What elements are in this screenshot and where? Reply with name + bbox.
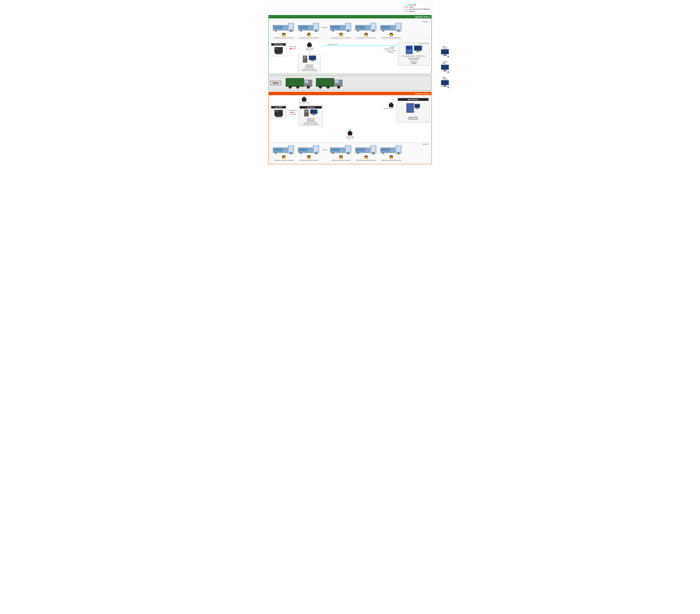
legend-flow-label: Flow Data	[409, 4, 416, 6]
svg-point-65	[448, 71, 449, 73]
svg-rect-129	[346, 146, 350, 152]
svg-rect-140	[381, 148, 390, 151]
ext-pc3-svg	[440, 80, 449, 88]
svg-rect-62	[441, 65, 448, 69]
zone1-connection-area: Json (Shot., ETC) Firewall 192.168.1.3:5…	[323, 42, 396, 60]
svg-rect-59	[443, 55, 447, 56]
svg-rect-105	[406, 108, 414, 110]
page-wrapper: Flow Data Power Lan Factory Cat 6 (IP Ad…	[267, 1, 433, 166]
machine3-label: FDB (Data Log And & Shot Info)	[331, 37, 351, 39]
svg-point-124	[315, 152, 317, 154]
person-icon-3: 🧑	[339, 33, 343, 37]
main-monitor-box: Main Monitor	[397, 97, 430, 123]
ext-web-fw-3: WebFirewall	[442, 77, 447, 80]
vmware-line3: DNS Binding IP	[399, 59, 428, 60]
svg-rect-44	[310, 56, 315, 60]
svg-rect-113	[348, 135, 352, 136]
svg-rect-95	[305, 115, 308, 116]
api-get-fdb-label-zone1: API Get FDB Delay 1 Sec	[305, 48, 313, 51]
api-printing-arrow-zone1: Api Printing	[289, 42, 296, 50]
qc-tower-svg	[304, 109, 309, 117]
svg-point-11	[300, 30, 302, 32]
json-shot-etc-zone2-left: Json (Shot.: ETC)	[299, 102, 310, 103]
zone2-machine-4: 🧑 FDB (Data Log And & Shot Info)	[354, 144, 378, 161]
firewall-ip-zone1: 192.168.1.3:5432	[384, 48, 394, 50]
svg-point-82	[337, 86, 340, 89]
legend-lan-label: Lan Factory Cat 6 (IP Address)	[409, 8, 430, 10]
qc-port-label: Port DB 5432	[300, 118, 322, 120]
person-icon-4: 🧑	[364, 33, 368, 37]
svg-rect-94	[305, 114, 308, 115]
svg-rect-117	[289, 146, 293, 152]
printer-container	[271, 46, 286, 55]
vmware-content-zone1: App Seperate name -> Reverse Proxy Power…	[399, 55, 428, 60]
zone2-machine-5: 🧑 FDB (Data Log And & Shot Info)	[379, 144, 403, 161]
vmware-box: Vm Ware Denso	[398, 42, 430, 65]
svg-point-17	[332, 30, 334, 32]
svg-point-118	[290, 152, 292, 154]
svg-point-29	[383, 30, 384, 32]
svg-rect-26	[381, 26, 390, 29]
server-tofu-label: Server Tofu	[409, 116, 418, 118]
svg-rect-63	[444, 70, 446, 71]
firewall-label-zone1: Firewall 192.168.1.3:5432	[384, 47, 394, 50]
zone1-title: Injection Zone 1	[415, 16, 430, 18]
svg-rect-27	[397, 24, 400, 30]
svg-rect-84	[303, 97, 305, 98]
zone2-dots: • • •	[322, 144, 328, 152]
svg-rect-51	[406, 53, 412, 53]
api-printing-label-zone1: Api Printing	[289, 46, 296, 48]
zone1-content: Group 3	[269, 18, 431, 74]
machine5-svg	[380, 21, 402, 34]
line-hvax-box: Line HVAX	[270, 105, 287, 118]
zone2-left-col: Json (Shot.: ETC) Line HVAX	[270, 97, 323, 126]
legend-power-label: Power	[409, 6, 413, 8]
api-node-zone2-svg	[347, 130, 353, 136]
svg-rect-90	[276, 116, 282, 117]
qc-room-header: QC Room	[300, 106, 322, 109]
svg-rect-116	[274, 148, 283, 151]
svg-rect-57	[441, 50, 448, 54]
svg-rect-77	[316, 78, 334, 87]
svg-rect-85	[302, 101, 306, 102]
cyan-line-zone1	[323, 46, 396, 46]
qc-ipc-title: IPC Server	[300, 120, 322, 121]
svg-rect-64	[443, 71, 447, 71]
ext-computer-1: WebFirewall	[440, 46, 449, 58]
api-node-svg-zone1	[307, 42, 312, 48]
server-tofu-container: Server Tofu Web Application	[398, 102, 428, 121]
machine5-label: FDB (Data Log And & Shot Info)	[382, 37, 401, 39]
legend-item-lan: Lan Factory Cat 6 (IP Address)	[404, 8, 430, 10]
z2-person-5: 🧑	[389, 155, 393, 159]
zone1-middle: Stock Zone Api Pr	[270, 42, 430, 72]
main-monitor-title: Main Monitor	[408, 99, 418, 100]
svg-point-136	[372, 152, 375, 154]
svg-rect-108	[415, 104, 420, 107]
svg-rect-42	[303, 61, 307, 62]
api-printing-label-zone2: Port DB 5432	[289, 110, 297, 111]
svg-rect-92	[305, 110, 308, 112]
machine4-svg	[355, 21, 377, 34]
svg-rect-67	[441, 81, 448, 85]
vmware-server-svg	[405, 46, 413, 54]
zone1-wrapper: Injection Zone 1 Group 3	[268, 15, 432, 74]
legend-box: Flow Data Power Lan Factory Cat 6 (IP Ad…	[402, 3, 432, 13]
zone1-group-label: Group 3	[422, 21, 428, 23]
zone2-api-node-section: API Get FDB Delay 1 Sec	[270, 128, 430, 141]
vmware-line1: App Seperate name -> Reverse Proxy	[399, 55, 428, 57]
svg-rect-46	[311, 61, 314, 61]
truck2-svg	[316, 77, 343, 89]
ext-computer-2: FirewallWeb	[440, 61, 449, 73]
json-node-svg-zone2	[301, 97, 307, 102]
svg-point-76	[307, 86, 310, 89]
legend-wireless-label: Wireless	[409, 11, 415, 12]
svg-rect-41	[303, 60, 307, 61]
json-shot-etc-zone2-right: Json (Shot.: ETC)	[383, 108, 394, 109]
svg-rect-14	[331, 26, 340, 29]
zone1-machines-row: 🧑 FDB (Data Log And & Shot Info)	[272, 21, 428, 39]
v-line-api-ipc-zone1	[309, 51, 310, 54]
svg-rect-135	[372, 146, 375, 152]
z2-person-3: 🧑	[339, 155, 343, 159]
zone1-dots: • • •	[322, 21, 328, 29]
zone2-api-node: API Get FDB Delay 1 Sec	[346, 128, 354, 141]
